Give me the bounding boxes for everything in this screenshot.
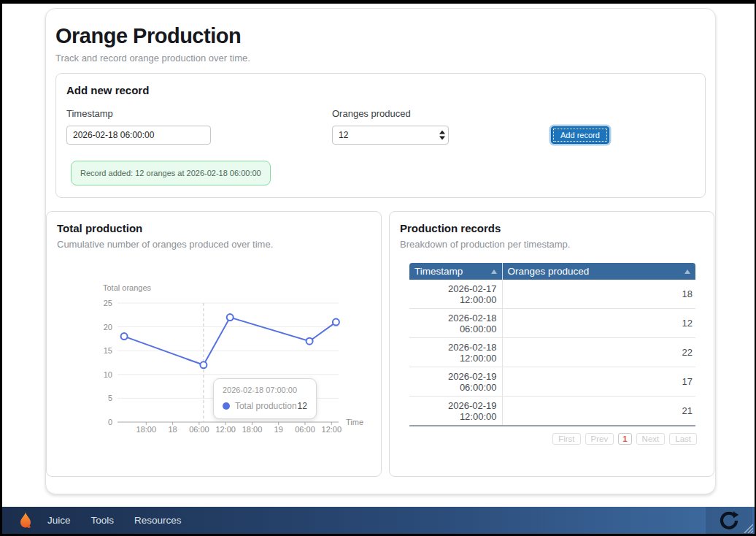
cell-timestamp: 2026-02-18 06:00:00 <box>409 309 502 338</box>
table-row: 2026-02-17 12:00:0018 <box>409 280 695 309</box>
cell-timestamp: 2026-02-17 12:00:00 <box>409 280 502 309</box>
page-header: Orange Production Track and record orang… <box>46 9 715 64</box>
timestamp-label: Timestamp <box>66 108 332 119</box>
chart-point[interactable] <box>200 361 207 368</box>
records-card-subtitle: Breakdown of production per timestamp. <box>400 239 703 250</box>
x-tick-label: 06:00 <box>295 425 315 434</box>
cards-row: Total production Cumulative number of or… <box>46 211 714 477</box>
add-record-form: Timestamp Oranges produced Add record <box>66 108 695 145</box>
table-row: 2026-02-18 06:00:0012 <box>409 309 695 338</box>
chart-line <box>124 318 336 365</box>
y-tick-label: 10 <box>104 370 112 379</box>
production-records-card: Production records Breakdown of producti… <box>389 211 714 477</box>
series-dot-icon <box>223 402 230 410</box>
tooltip-timestamp: 2026-02-18 07:00:00 <box>223 386 307 394</box>
navbar-links: JuiceToolsResources <box>37 515 192 526</box>
y-tick-label: 0 <box>108 418 112 426</box>
cell-timestamp: 2026-02-19 12:00:00 <box>409 397 502 426</box>
sort-asc-icon[interactable] <box>491 269 497 274</box>
page-subtitle: Track and record orange production over … <box>55 53 706 64</box>
page-button-prev[interactable]: Prev <box>585 433 614 445</box>
add-record-card: Add new record Timestamp Oranges produce… <box>55 73 706 198</box>
nav-link-resources[interactable]: Resources <box>124 515 192 526</box>
bottom-navbar: JuiceToolsResources <box>2 507 755 534</box>
cell-oranges-produced: 22 <box>502 338 695 367</box>
nav-link-tools[interactable]: Tools <box>81 515 125 526</box>
number-spinner[interactable] <box>439 131 445 140</box>
chart-point[interactable] <box>227 314 234 321</box>
chart-tooltip: 2026-02-18 07:00:00 Total production 12 <box>213 378 317 419</box>
table-row: 2026-02-18 12:00:0022 <box>409 338 695 367</box>
records-table: Timestamp Oranges produced <box>409 263 695 426</box>
chart-point[interactable] <box>121 333 128 340</box>
y-tick-label: 15 <box>104 346 112 355</box>
table-header-row: Timestamp Oranges produced <box>409 263 695 280</box>
x-tick-label: 18:00 <box>136 425 157 434</box>
flame-icon <box>20 512 31 529</box>
tooltip-value: 12 <box>298 401 307 411</box>
add-record-button[interactable]: Add record <box>551 126 609 144</box>
table-row: 2026-02-19 12:00:0021 <box>409 397 695 426</box>
cell-oranges-produced: 12 <box>502 309 695 338</box>
page-button-first[interactable]: First <box>552 433 580 445</box>
y-tick-label: 25 <box>104 299 112 307</box>
x-axis-title: Time <box>346 418 363 426</box>
records-tbody: 2026-02-17 12:00:00182026-02-18 06:00:00… <box>409 280 695 426</box>
page-button-1[interactable]: 1 <box>618 433 631 445</box>
page-content: Orange Production Track and record orang… <box>2 4 755 507</box>
submit-field-group: Add record <box>551 126 609 145</box>
x-tick-label: 18 <box>168 425 177 434</box>
oranges-label: Oranges produced <box>332 108 551 119</box>
total-production-card: Total production Cumulative number of or… <box>46 211 382 477</box>
cell-oranges-produced: 17 <box>502 367 695 397</box>
x-tick-label: 06:00 <box>189 425 209 434</box>
column-header-label: Timestamp <box>414 266 463 277</box>
success-alert: Record added: 12 oranges at 2026-02-18 0… <box>71 161 271 185</box>
column-header-timestamp[interactable]: Timestamp <box>409 263 502 280</box>
y-tick-label: 20 <box>104 323 112 332</box>
chart-card-heading: Total production <box>57 222 371 234</box>
timestamp-input[interactable] <box>66 126 211 145</box>
cell-timestamp: 2026-02-19 06:00:00 <box>409 367 502 397</box>
y-axis-title: Total oranges <box>103 283 152 292</box>
spinner-down-icon[interactable] <box>439 137 445 140</box>
cell-oranges-produced: 18 <box>502 280 695 309</box>
column-header-label: Oranges produced <box>508 266 590 277</box>
x-tick-label: 12:00 <box>322 425 342 434</box>
page-button-next[interactable]: Next <box>636 433 666 445</box>
main-card: Orange Production Track and record orang… <box>45 8 716 494</box>
table-row: 2026-02-19 06:00:0017 <box>409 367 695 397</box>
x-tick-label: 19 <box>274 425 283 434</box>
x-tick-label: 18:00 <box>242 425 263 434</box>
page-button-last[interactable]: Last <box>669 433 697 445</box>
sort-asc-icon[interactable] <box>684 269 690 274</box>
chart-point[interactable] <box>306 338 313 345</box>
add-record-heading: Add new record <box>66 84 695 96</box>
chart-point[interactable] <box>333 319 339 326</box>
y-tick-label: 5 <box>108 394 112 402</box>
page-title: Orange Production <box>55 24 706 48</box>
cell-timestamp: 2026-02-18 12:00:00 <box>409 338 502 367</box>
reload-icon <box>719 510 739 531</box>
chart-area: Total oranges051015202518:001806:0012:00… <box>57 261 371 437</box>
spinner-up-icon[interactable] <box>439 131 445 134</box>
column-header-oranges[interactable]: Oranges produced <box>502 263 695 280</box>
oranges-input[interactable] <box>332 126 449 145</box>
cell-oranges-produced: 21 <box>502 397 695 426</box>
oranges-field-group: Oranges produced <box>332 108 551 145</box>
chart-card-subtitle: Cumulative number of oranges produced ov… <box>57 239 371 250</box>
nav-link-juice[interactable]: Juice <box>37 515 81 526</box>
records-card-heading: Production records <box>400 222 703 234</box>
pagination: FirstPrev1NextLast <box>400 433 697 445</box>
timestamp-field-group: Timestamp <box>66 108 332 145</box>
tooltip-series-label: Total production <box>235 401 297 411</box>
resize-grip-icon <box>740 520 753 533</box>
x-tick-label: 12:00 <box>215 425 236 434</box>
